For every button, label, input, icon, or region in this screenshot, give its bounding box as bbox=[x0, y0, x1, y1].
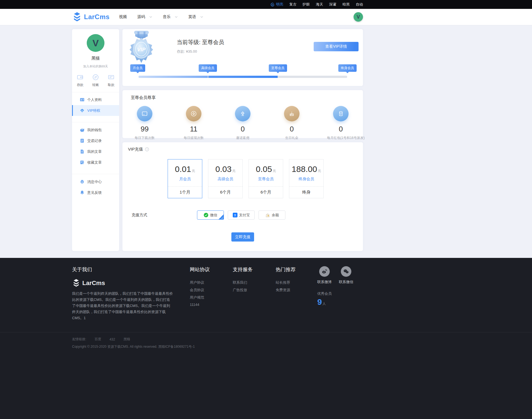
footer-column-support: 支持服务 联系我们 广告投放 bbox=[233, 266, 259, 327]
piggy-bank-icon bbox=[80, 128, 85, 132]
footer-link[interactable]: 联系我们 bbox=[233, 280, 259, 285]
level-badge-month: 月会员 bbox=[130, 64, 145, 72]
pay-balance-button[interactable]: 余额 bbox=[259, 210, 285, 220]
sidebar-item-my-articles[interactable]: 我的文章 bbox=[72, 146, 119, 157]
friend-links: 友情链接: 百度 432 黑猫 bbox=[72, 337, 363, 342]
theme-bar: 明亮 复古 护眼 海天 深邃 暗黑 自动 bbox=[0, 0, 532, 9]
contact-weibo[interactable]: 联系微博 bbox=[317, 266, 332, 285]
coin-diamond-icon bbox=[190, 110, 197, 117]
footer-link[interactable]: 用户协议 bbox=[190, 280, 216, 285]
main-content: VIP 当前等级: 至尊会员 存款: ¥35.00 查看VIP详情 月会员 高级… bbox=[122, 29, 363, 255]
theme-option-retro[interactable]: 复古 bbox=[289, 2, 296, 7]
transfer-icon bbox=[92, 73, 99, 81]
nav-item-music[interactable]: 音乐 bbox=[163, 9, 178, 25]
selected-check-corner bbox=[218, 214, 224, 220]
progress-bar bbox=[139, 76, 347, 78]
chevron-down-icon bbox=[175, 16, 178, 18]
payment-method-label: 充值方式 bbox=[132, 213, 147, 218]
sidebar-item-profile[interactable]: 个人资料 bbox=[72, 94, 119, 105]
transfer-button[interactable]: 转账 bbox=[92, 73, 99, 87]
plan-premium[interactable]: 0.03元 高级会员 6个月 bbox=[208, 159, 243, 198]
sidebar-item-transactions[interactable]: 交易记录 bbox=[72, 135, 119, 146]
friend-link-heimao[interactable]: 黑猫 bbox=[123, 337, 130, 342]
stat-daily-downloads: 99 每日下载次数 bbox=[131, 106, 158, 140]
user-sidebar: V 黑猫 加入本站的第69天 存款 转账 bbox=[72, 29, 119, 251]
username: 黑猫 bbox=[72, 56, 119, 61]
footer-logo-text: LarCms bbox=[82, 280, 105, 287]
join-days-text: 加入本站的第69天 bbox=[72, 64, 119, 68]
sidebar-item-favorites[interactable]: 收藏文章 bbox=[72, 157, 119, 168]
theme-option-bright[interactable]: 明亮 bbox=[270, 2, 283, 7]
help-icon[interactable]: ? bbox=[145, 147, 149, 151]
main-nav: 视频 源码 音乐 英语 bbox=[119, 9, 203, 25]
footer-link[interactable]: 站长推荐 bbox=[276, 280, 302, 285]
red-envelope-icon: ¥ bbox=[337, 110, 344, 117]
balance-wallet-icon bbox=[265, 213, 270, 218]
quick-actions: 存款 转账 取款 bbox=[72, 73, 119, 87]
pay-wechat-button[interactable]: 微信 bbox=[197, 210, 224, 220]
user-avatar[interactable]: V bbox=[354, 12, 363, 22]
bell-icon bbox=[80, 190, 85, 195]
footer-logo-icon bbox=[72, 279, 80, 287]
withdraw-button[interactable]: 取款 bbox=[108, 73, 115, 87]
check-circle-icon bbox=[270, 2, 275, 7]
avatar[interactable]: V bbox=[87, 34, 104, 52]
theme-option-deep[interactable]: 深邃 bbox=[329, 2, 336, 7]
stat-monthly-red-packet: ¥ 0 每月红包(1号和16号派发) bbox=[327, 106, 355, 140]
download-card-icon bbox=[141, 110, 148, 117]
svg-text:?: ? bbox=[146, 148, 148, 151]
pay-alipay-button[interactable]: 支 支付宝 bbox=[228, 210, 255, 220]
plan-month[interactable]: 0.01元 月会员 1个月 bbox=[168, 159, 202, 198]
logo-icon bbox=[72, 12, 82, 22]
vip-diamond-icon bbox=[80, 108, 85, 113]
nav-item-video[interactable]: 视频 bbox=[119, 9, 127, 25]
footer-link[interactable]: 广告投放 bbox=[233, 288, 259, 293]
current-level-title: 当前等级: 至尊会员 bbox=[177, 39, 224, 46]
deposit-button[interactable]: 存款 bbox=[76, 73, 84, 87]
friend-link-baidu[interactable]: 百度 bbox=[94, 337, 101, 342]
favorites-icon bbox=[80, 160, 85, 165]
stat-invite-commission: 0 邀请返佣 bbox=[229, 106, 257, 140]
site-logo[interactable]: LarCms bbox=[72, 12, 109, 22]
footer-about: 关于我们 LarCms 我们是一个牛逼到炸天的团队，我们打造了中国最牛逼最具性价… bbox=[72, 266, 173, 327]
profile-icon bbox=[80, 97, 85, 102]
sidebar-item-vip[interactable]: VIP特权 bbox=[72, 105, 119, 116]
footer-link[interactable]: 11144 bbox=[190, 303, 216, 307]
theme-option-dark[interactable]: 暗黑 bbox=[342, 2, 350, 7]
footer-column-recommend: 热门推荐 站长推荐 免费资源 bbox=[276, 266, 302, 327]
footer-link[interactable]: 用户规范 bbox=[190, 295, 216, 300]
footer-column-agreements: 网站协议 用户协议 会员协议 用户规范 11144 bbox=[190, 266, 216, 327]
birthday-cake-icon bbox=[288, 110, 295, 117]
divider bbox=[72, 122, 119, 122]
chevron-down-icon bbox=[149, 16, 152, 18]
site-header: LarCms 视频 源码 音乐 英语 V bbox=[0, 9, 532, 25]
sidebar-item-wallet[interactable]: 我的钱包 bbox=[72, 125, 119, 135]
sidebar-item-message-center[interactable]: 消息中心 bbox=[72, 176, 119, 187]
footer-logo[interactable]: LarCms bbox=[72, 279, 173, 287]
vip-status-card: VIP 当前等级: 至尊会员 存款: ¥35.00 查看VIP详情 月会员 高级… bbox=[122, 29, 363, 86]
level-badge-supreme: 至尊会员 bbox=[269, 64, 287, 72]
divider bbox=[72, 92, 119, 92]
recharge-now-button[interactable]: 立即充值 bbox=[231, 232, 254, 242]
nav-item-english[interactable]: 英语 bbox=[188, 9, 203, 25]
nav-item-source[interactable]: 源码 bbox=[137, 9, 152, 25]
friend-link-432[interactable]: 432 bbox=[109, 337, 115, 341]
plan-lifetime[interactable]: 188.00元 终身会员 终身 bbox=[289, 159, 324, 198]
excellent-members: 优秀会员 9人 bbox=[317, 291, 353, 307]
theme-option-ocean[interactable]: 海天 bbox=[316, 2, 323, 7]
theme-option-auto[interactable]: 自动 bbox=[356, 2, 363, 7]
theme-option-eyecare[interactable]: 护眼 bbox=[303, 2, 310, 7]
divider bbox=[72, 174, 119, 174]
medal-text: VIP bbox=[137, 47, 146, 52]
plan-supreme[interactable]: 0.05元 至尊会员 6个月 bbox=[249, 159, 283, 198]
footer-link[interactable]: 会员协议 bbox=[190, 288, 216, 293]
vip-progress: 月会员 高级会员 至尊会员 终身会员 bbox=[131, 64, 355, 82]
view-vip-details-button[interactable]: 查看VIP详情 bbox=[314, 42, 359, 51]
contact-wechat[interactable]: 联系微信 bbox=[339, 266, 353, 285]
members-count: 9 bbox=[317, 297, 322, 306]
sidebar-item-feedback[interactable]: 意见反馈 bbox=[72, 187, 119, 198]
footer-bottom: 友情链接: 百度 432 黑猫 Copyright © 2015-2020 资源… bbox=[0, 332, 532, 354]
level-badge-lifetime: 终身会员 bbox=[338, 64, 357, 72]
banknote-icon bbox=[108, 73, 115, 81]
footer-link[interactable]: 免费资源 bbox=[276, 288, 302, 293]
